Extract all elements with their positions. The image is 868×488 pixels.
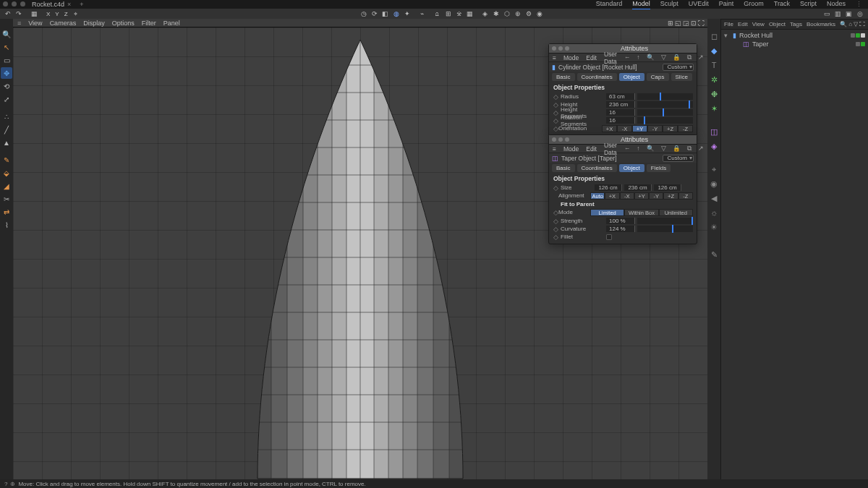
radius-slider[interactable] bbox=[637, 93, 693, 100]
orient-py[interactable]: +Y bbox=[632, 125, 647, 132]
disclosure-icon[interactable]: ▾ bbox=[724, 32, 730, 39]
hseg-input[interactable]: 16 bbox=[606, 109, 635, 116]
deformer-icon[interactable]: ⩍ bbox=[433, 9, 443, 18]
reset-icon[interactable]: ⟳ bbox=[370, 9, 380, 18]
vpmenu-display[interactable]: Display bbox=[83, 20, 105, 27]
layout-1-icon[interactable]: ▭ bbox=[822, 9, 833, 18]
layer-dot-icon[interactable] bbox=[851, 33, 855, 38]
globe-icon[interactable]: ⊕ bbox=[10, 481, 15, 487]
popup-icon[interactable]: ↗ bbox=[698, 145, 704, 153]
close-dot-icon[interactable] bbox=[3, 1, 8, 7]
search-tool-icon[interactable]: 🔍 bbox=[1, 28, 12, 40]
attr-menu-edit[interactable]: Edit bbox=[586, 145, 597, 153]
tree-row-taper[interactable]: ◫ Taper bbox=[724, 40, 865, 48]
layout-2-icon[interactable]: ▥ bbox=[833, 9, 843, 18]
history-icon[interactable]: ◷ bbox=[359, 9, 369, 18]
tab-object[interactable]: Object bbox=[619, 164, 644, 172]
up-icon[interactable]: ↑ bbox=[637, 145, 639, 153]
hamburger-icon[interactable]: ≡ bbox=[17, 20, 21, 27]
knife-tool-icon[interactable]: ✂ bbox=[1, 193, 12, 205]
mode-uvedit[interactable]: UVEdit bbox=[689, 0, 709, 9]
popup-icon[interactable]: ↗ bbox=[698, 53, 704, 61]
attr-menu-ud[interactable]: User Data bbox=[604, 51, 617, 65]
expand-icon[interactable]: ⛶ bbox=[859, 21, 865, 27]
sky-icon[interactable]: ☀ bbox=[708, 221, 720, 233]
lock-icon[interactable]: 🔒 bbox=[673, 53, 681, 61]
filter-icon[interactable]: ▽ bbox=[661, 53, 666, 61]
align-auto[interactable]: Auto bbox=[590, 192, 605, 200]
back-icon[interactable]: ← bbox=[624, 53, 631, 61]
tab-coord[interactable]: Coordinates bbox=[577, 164, 617, 172]
search-icon[interactable]: 🔍 bbox=[840, 21, 847, 27]
mode-limited[interactable]: Limited bbox=[590, 209, 624, 216]
rseg-slider[interactable] bbox=[637, 117, 693, 124]
curv-input[interactable]: 124 % bbox=[606, 226, 635, 232]
vpmenu-filter[interactable]: Filter bbox=[142, 20, 156, 27]
speaker-icon[interactable]: ◀ bbox=[708, 192, 720, 204]
curv-slider[interactable] bbox=[637, 226, 693, 232]
text-prim-icon[interactable]: T bbox=[708, 59, 720, 71]
axis-z-button[interactable]: Z bbox=[62, 9, 70, 18]
mode-nodes[interactable]: Nodes bbox=[827, 0, 846, 9]
mode-paint[interactable]: Paint bbox=[719, 0, 734, 9]
disclosure-icon[interactable] bbox=[734, 40, 740, 48]
select-tool-icon[interactable]: ▭ bbox=[1, 54, 12, 66]
vpmenu-view[interactable]: View bbox=[28, 20, 42, 27]
mode-unlimited[interactable]: Unlimited bbox=[659, 209, 693, 216]
filter-icon[interactable]: ▽ bbox=[854, 21, 858, 27]
edges-mode-icon[interactable]: ╱ bbox=[1, 124, 12, 135]
field-prim-icon[interactable]: ◈ bbox=[708, 140, 720, 152]
quantize-icon[interactable]: ▦ bbox=[29, 9, 39, 18]
obj-menu-edit[interactable]: Edit bbox=[738, 21, 748, 27]
align-pz[interactable]: +Z bbox=[663, 192, 678, 200]
mode-within[interactable]: Within Box bbox=[624, 209, 658, 216]
hseg-slider[interactable] bbox=[637, 109, 693, 116]
search-icon[interactable]: 🔍 bbox=[647, 53, 655, 61]
back-icon[interactable]: ← bbox=[624, 145, 631, 153]
axis-x-button[interactable]: X bbox=[44, 9, 52, 18]
light-prim-icon[interactable]: ◉ bbox=[708, 178, 720, 189]
layout-4-icon[interactable]: ◎ bbox=[855, 9, 865, 18]
obj-menu-file[interactable]: File bbox=[724, 21, 733, 27]
settings-icon[interactable]: ⚙ bbox=[524, 9, 534, 18]
obj-menu-book[interactable]: Bookmarks bbox=[807, 21, 835, 27]
height-input[interactable]: 236 cm bbox=[606, 101, 635, 108]
mode-sculpt[interactable]: Sculpt bbox=[660, 0, 678, 9]
snap-icon[interactable]: ※ bbox=[454, 9, 464, 18]
attr-menu-ud[interactable]: User Data bbox=[604, 142, 617, 156]
tab-fields[interactable]: Fields bbox=[647, 164, 671, 172]
radius-input[interactable]: 63 cm bbox=[606, 93, 635, 100]
mode-standard[interactable]: Standard bbox=[596, 0, 623, 9]
obj-menu-view[interactable]: View bbox=[752, 21, 765, 27]
rotate-tool-icon[interactable]: ⟲ bbox=[1, 80, 12, 92]
enable-dot-icon[interactable] bbox=[861, 42, 865, 46]
orient-nz[interactable]: -Z bbox=[678, 125, 693, 132]
min-dot-icon[interactable] bbox=[12, 1, 17, 7]
camera-prim-icon[interactable]: ⌖ bbox=[708, 163, 720, 175]
preset-select[interactable]: Custom bbox=[663, 155, 694, 162]
bridge-tool-icon[interactable]: ⌇ bbox=[1, 219, 12, 231]
undo-icon[interactable]: ↶ bbox=[3, 9, 13, 18]
grid-icon[interactable]: ▦ bbox=[465, 9, 475, 18]
search-icon[interactable]: 🔍 bbox=[647, 145, 655, 153]
document-tab[interactable]: Rocket.c4d × bbox=[27, 1, 75, 8]
obj-menu-tags[interactable]: Tags bbox=[790, 21, 802, 27]
align-ny[interactable]: -Y bbox=[649, 192, 663, 200]
camera-icon[interactable]: ◈ bbox=[480, 9, 490, 18]
layer-dot-icon[interactable] bbox=[856, 42, 860, 46]
deform-icon[interactable]: ◫ bbox=[708, 126, 720, 137]
render-dot-icon[interactable] bbox=[861, 33, 865, 38]
obj-menu-obj[interactable]: Object bbox=[769, 21, 786, 27]
rocket-hull-mesh[interactable] bbox=[244, 36, 476, 479]
points-mode-icon[interactable]: ∴ bbox=[1, 111, 12, 122]
cube-prim-icon[interactable]: ◻ bbox=[708, 30, 720, 42]
rseg-input[interactable]: 16 bbox=[606, 117, 635, 124]
kebab-icon[interactable]: ⋮ bbox=[856, 1, 862, 8]
up-icon[interactable]: ↑ bbox=[637, 53, 639, 61]
generator-icon[interactable]: ✦ bbox=[402, 9, 412, 18]
generator-prim-icon[interactable]: ✲ bbox=[708, 74, 720, 85]
orient-px[interactable]: +X bbox=[602, 125, 617, 132]
mode-track[interactable]: Track bbox=[774, 0, 790, 9]
world-axis-icon[interactable]: ⌖ bbox=[71, 9, 81, 18]
layout-3-icon[interactable]: ▣ bbox=[844, 9, 854, 18]
